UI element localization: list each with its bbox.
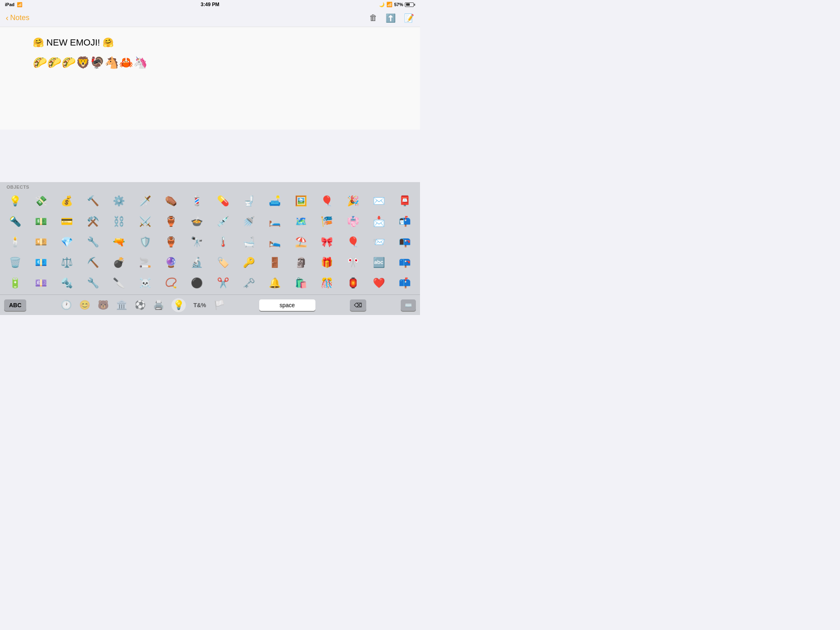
emoji-cell[interactable]: 🎏	[315, 212, 340, 231]
space-button[interactable]: space	[259, 299, 315, 311]
emoji-cell[interactable]: 🎁	[315, 253, 340, 272]
emoji-cell[interactable]: 🔑	[236, 253, 261, 272]
emoji-cell[interactable]: 📫	[393, 273, 418, 293]
emoji-cell[interactable]: 🎀	[315, 232, 340, 252]
emoji-cell[interactable]: 📿	[158, 273, 183, 293]
emoji-cell[interactable]: 🌡️	[210, 232, 235, 252]
emoji-cell[interactable]: ⚖️	[55, 253, 80, 272]
emoji-cell[interactable]: 🏮	[340, 273, 365, 293]
abc-button[interactable]: ABC	[4, 299, 26, 311]
emoji-cell[interactable]: 🔭	[185, 232, 210, 252]
emoji-cell[interactable]: 📭	[393, 232, 418, 252]
emoji-cell[interactable]: ⛓️	[107, 212, 132, 231]
emoji-cell[interactable]: 🔪	[107, 273, 132, 293]
emoji-cell[interactable]: 💰	[55, 191, 80, 211]
emoji-cell[interactable]: 💡	[2, 191, 27, 211]
activities-icon[interactable]: ⚽	[135, 300, 146, 310]
trash-button[interactable]: 🗑	[369, 13, 377, 23]
emoji-cell[interactable]: 📩	[366, 212, 391, 231]
emoji-cell[interactable]: ✉️	[366, 191, 391, 211]
emoji-cell[interactable]: 🔔	[262, 273, 288, 293]
emoji-cell[interactable]: 🔬	[185, 253, 210, 272]
note-title[interactable]: 🤗 NEW EMOJI! 🤗	[33, 35, 387, 50]
emoji-cell[interactable]: 🗑️	[2, 253, 27, 272]
emoji-cell[interactable]: 🎌	[340, 253, 365, 272]
emoji-cell[interactable]: 🔧	[80, 273, 105, 293]
keyboard-switch-button[interactable]: ⌨️	[401, 299, 416, 311]
emoji-cell[interactable]: ⚙️	[107, 191, 132, 211]
emoji-cell[interactable]: 🔤	[366, 253, 391, 272]
emoji-cell[interactable]: 🗺️	[288, 212, 313, 231]
emoji-cell[interactable]: 🛋️	[262, 191, 288, 211]
flags-icon[interactable]: 🏳️	[214, 300, 225, 310]
emoji-cell[interactable]: 🚬	[132, 253, 158, 272]
emoji-cell[interactable]: ⚒️	[80, 212, 105, 231]
emoji-cell[interactable]: ⚫	[185, 273, 210, 293]
emoji-cell[interactable]: 💉	[210, 212, 235, 231]
animals-icon[interactable]: 🐻	[98, 300, 109, 310]
emoji-cell[interactable]: 🛌	[262, 232, 288, 252]
emoji-cell[interactable]: 📮	[393, 191, 418, 211]
delete-button[interactable]: ⌫	[350, 299, 366, 311]
emoji-cell[interactable]: 🏷️	[210, 253, 235, 272]
emoji-cell[interactable]: 👘	[340, 212, 365, 231]
emoji-cell[interactable]: 🎈	[315, 191, 340, 211]
emoji-cell[interactable]: 🔩	[55, 273, 80, 293]
emoji-cell[interactable]: 💶	[28, 253, 53, 272]
emoji-cell[interactable]: ⚰️	[158, 191, 183, 211]
back-arrow-icon[interactable]: ‹	[6, 13, 9, 23]
smileys-icon[interactable]: 😊	[79, 300, 90, 310]
emoji-cell[interactable]: ⚔️	[132, 212, 158, 231]
emoji-cell[interactable]: 🎉	[340, 191, 365, 211]
emoji-cell[interactable]: 💵	[28, 212, 53, 231]
emoji-cell[interactable]: ⛏️	[80, 253, 105, 272]
emoji-cell[interactable]: 💴	[28, 232, 53, 252]
emoji-cell[interactable]: 💳	[55, 212, 80, 231]
emoji-cell[interactable]: 🔫	[107, 232, 132, 252]
emoji-cell[interactable]: 🖼️	[288, 191, 313, 211]
emoji-cell[interactable]: 💣	[107, 253, 132, 272]
emoji-cell[interactable]: ❤️	[366, 273, 391, 293]
emoji-cell[interactable]: 🔧	[80, 232, 105, 252]
emoji-cell[interactable]: 🛡️	[132, 232, 158, 252]
back-button[interactable]: Notes	[10, 14, 30, 22]
emoji-cell[interactable]: 💎	[55, 232, 80, 252]
emoji-cell[interactable]: 🚪	[262, 253, 288, 272]
food-icon[interactable]: 🏛️	[116, 300, 127, 310]
emoji-cell[interactable]: 🗿	[288, 253, 313, 272]
emoji-cell[interactable]: 💸	[28, 191, 53, 211]
emoji-cell[interactable]: 📪	[393, 253, 418, 272]
emoji-cell[interactable]: 📬	[393, 212, 418, 231]
emoji-cell[interactable]: 🛁	[236, 232, 261, 252]
emoji-cell[interactable]: 💊	[210, 191, 235, 211]
emoji-cell[interactable]: 🗝️	[236, 273, 261, 293]
emoji-cell[interactable]: 💈	[185, 191, 210, 211]
emoji-cell[interactable]: 📨	[366, 232, 391, 252]
recent-icon[interactable]: 🕐	[61, 300, 72, 310]
emoji-cell[interactable]: ☠️	[132, 273, 158, 293]
emoji-cell[interactable]: 🔮	[158, 253, 183, 272]
emoji-cell[interactable]: 🗡️	[132, 191, 158, 211]
emoji-cell[interactable]: 🛍️	[288, 273, 313, 293]
emoji-cell[interactable]: 🍲	[185, 212, 210, 231]
emoji-cell[interactable]: 🔋	[2, 273, 27, 293]
emoji-cell[interactable]: 🛏️	[262, 212, 288, 231]
emoji-cell[interactable]: 🎊	[315, 273, 340, 293]
emoji-cell[interactable]: 🏺	[158, 212, 183, 231]
emoji-cell[interactable]: 🔦	[2, 212, 27, 231]
emoji-cell[interactable]: ⛱️	[288, 232, 313, 252]
emoji-cell[interactable]: 🕯️	[2, 232, 27, 252]
compose-button[interactable]: 📝	[404, 13, 414, 23]
share-button[interactable]: ⬆️	[386, 13, 396, 23]
travel-icon[interactable]: 🖨️	[153, 300, 164, 310]
emoji-cell[interactable]: 🏺	[158, 232, 183, 252]
emoji-cell[interactable]: 🚽	[236, 191, 261, 211]
emoji-cell[interactable]: 🔨	[80, 191, 105, 211]
emoji-cell[interactable]: 🎈	[340, 232, 365, 252]
emoji-cell[interactable]: 🚿	[236, 212, 261, 231]
objects-icon[interactable]: 💡	[171, 298, 186, 312]
emoji-cell[interactable]: ✂️	[210, 273, 235, 293]
emoji-cell[interactable]: 💷	[28, 273, 53, 293]
note-emoji[interactable]: 🌮🌮🌮🦁🦃🐴🦀🦄	[33, 54, 387, 72]
symbols-icon[interactable]: T&%	[193, 302, 206, 308]
